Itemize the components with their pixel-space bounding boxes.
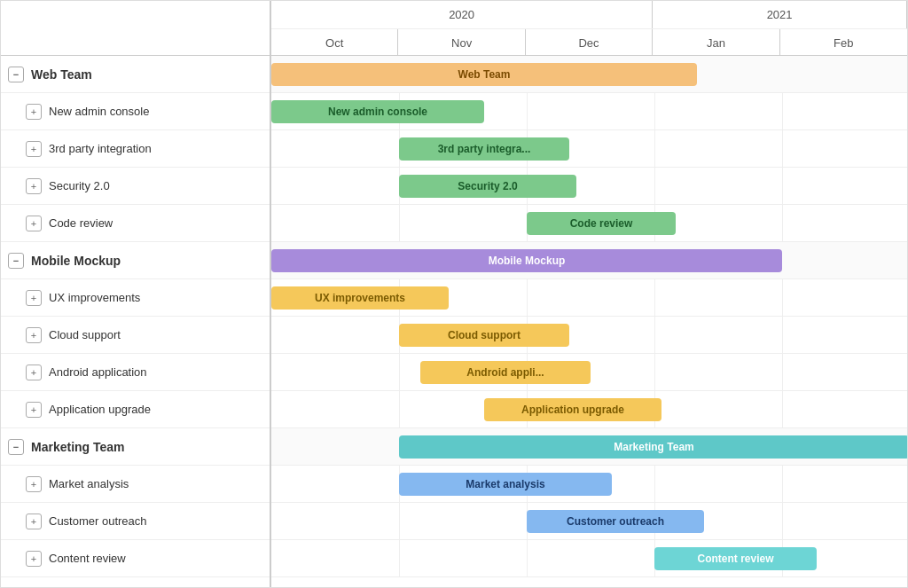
gantt-container: −Web Team+New admin console+3rd party in… [0,0,908,588]
gantt-bar[interactable]: Android appli... [420,361,591,384]
task-label: Code review [49,216,113,230]
task-label: UX improvements [49,291,140,304]
gantt-child-row: New admin console [271,93,907,130]
child-row-label: +UX improvements [1,279,270,317]
expand-icon[interactable]: + [26,290,42,306]
gantt-child-row: Application upgrade [271,391,907,428]
expand-icon[interactable]: + [26,141,42,157]
gantt-bar[interactable]: Market analysis [399,473,612,496]
expand-icon[interactable]: + [26,402,42,418]
task-label: Web Team [31,67,92,82]
expand-icon[interactable]: + [26,365,42,380]
collapse-icon[interactable]: − [8,253,24,269]
gantt-group-row: Marketing Team [271,428,907,466]
child-row-label: +New admin console [1,93,270,130]
child-row-label: +Customer outreach [1,503,270,540]
month-row: OctNovDecJanFeb [271,28,907,56]
gantt-child-row: Content review [271,540,907,577]
task-label: Content review [49,552,126,565]
child-row-label: +Android application [1,354,270,391]
child-row-label: +Content review [1,540,270,577]
gantt-bar[interactable]: Web Team [271,63,697,86]
gantt-child-row: Customer outreach [271,503,907,540]
year-cell: 2020 [271,1,653,28]
gantt-bar[interactable]: Application upgrade [484,398,661,421]
task-label: New admin console [49,105,149,118]
gantt-group-row: Web Team [271,56,907,93]
gantt-chart: 20202021 OctNovDecJanFeb Web TeamNew adm… [271,1,907,587]
task-label: Market analysis [49,477,129,490]
expand-icon[interactable]: + [26,551,42,567]
task-label: Cloud support [49,328,121,341]
expand-icon[interactable]: + [26,476,42,492]
gantt-bar[interactable]: Marketing Team [399,435,907,459]
expand-icon[interactable]: + [26,327,42,343]
gantt-bar[interactable]: Code review [527,212,676,235]
expand-icon[interactable]: + [26,514,42,529]
year-cell: 2021 [653,1,907,28]
expand-icon[interactable]: + [26,216,42,231]
gantt-child-row: Code review [271,205,907,242]
task-label: Customer outreach [49,514,147,528]
gantt-bar[interactable]: Customer outreach [527,510,704,533]
month-cell-feb: Feb [780,29,907,56]
collapse-icon[interactable]: − [8,67,24,82]
gantt-child-row: Android appli... [271,354,907,391]
child-row-label: +Cloud support [1,317,270,354]
gantt-child-row: Market analysis [271,466,907,503]
gantt-child-row: Cloud support [271,317,907,354]
month-cell-nov: Nov [398,29,525,56]
expand-icon[interactable]: + [26,104,42,120]
gantt-bar[interactable]: Security 2.0 [399,175,576,198]
task-label: Mobile Mockup [31,254,121,268]
gantt-group-row: Mobile Mockup [271,242,907,279]
gantt-bar[interactable]: New admin console [271,100,484,123]
group-row-label: −Marketing Team [1,428,270,466]
gantt-child-row: Security 2.0 [271,168,907,205]
task-list-header [1,1,270,56]
gantt-bar[interactable]: Content review [654,547,817,570]
gantt-bar[interactable]: Cloud support [399,324,569,347]
child-row-label: +3rd party integration [1,130,270,168]
task-label: Security 2.0 [49,179,110,192]
month-cell-dec: Dec [526,29,653,56]
task-rows: −Web Team+New admin console+3rd party in… [1,56,270,577]
year-row: 20202021 [271,1,907,28]
month-cell-oct: Oct [271,29,398,56]
group-row-label: −Web Team [1,56,270,93]
gantt-bar[interactable]: UX improvements [271,286,449,310]
gantt-bar[interactable]: Mobile Mockup [271,249,782,272]
task-label: Marketing Team [31,440,125,454]
collapse-icon[interactable]: − [8,439,24,455]
group-row-label: −Mobile Mockup [1,242,270,279]
child-row-label: +Market analysis [1,466,270,503]
task-label: Android application [49,365,147,379]
gantt-child-row: UX improvements [271,279,907,317]
gantt-child-row: 3rd party integra... [271,130,907,168]
task-list: −Web Team+New admin console+3rd party in… [1,1,271,587]
gantt-body: Web TeamNew admin console3rd party integ… [271,56,907,577]
expand-icon[interactable]: + [26,178,42,194]
child-row-label: +Code review [1,205,270,242]
gantt-header: 20202021 OctNovDecJanFeb [271,1,907,56]
task-label: 3rd party integration [49,142,152,155]
gantt-bar[interactable]: 3rd party integra... [399,137,569,161]
child-row-label: +Security 2.0 [1,168,270,205]
task-label: Application upgrade [49,403,151,416]
child-row-label: +Application upgrade [1,391,270,428]
month-cell-jan: Jan [653,29,779,56]
